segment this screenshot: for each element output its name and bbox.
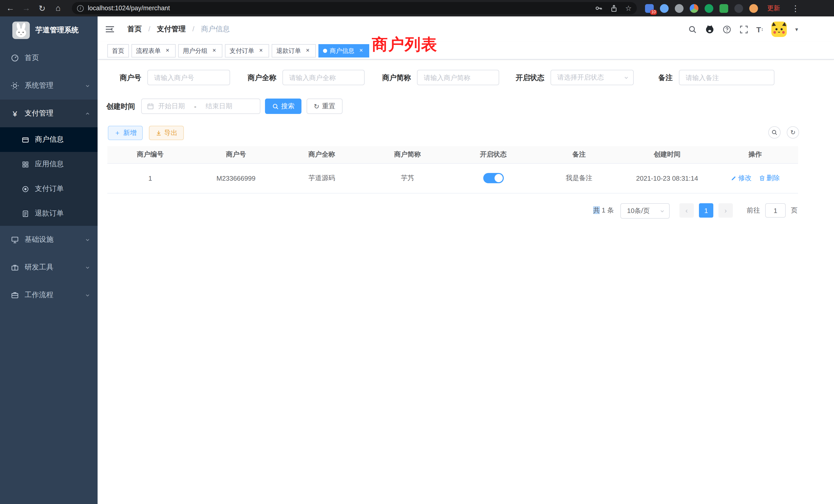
reload-icon[interactable]: ↻ <box>37 3 48 13</box>
browser-update-button[interactable]: 更新 <box>767 4 780 13</box>
start-date-placeholder: 开始日期 <box>158 101 185 111</box>
extension-green-circle-icon[interactable] <box>705 4 713 13</box>
add-button-label: 新增 <box>123 128 137 138</box>
merchant-short-name-input[interactable] <box>417 70 499 85</box>
password-key-icon[interactable] <box>595 4 603 12</box>
delete-link[interactable]: 删除 <box>759 174 780 183</box>
help-icon[interactable] <box>723 25 731 33</box>
extension-puzzle-icon[interactable]: 10 <box>645 4 654 13</box>
search-button[interactable]: 搜索 <box>265 98 302 114</box>
header-search-icon[interactable] <box>688 25 697 33</box>
sidebar-subitem-pay-order[interactable]: 支付订单 <box>0 177 97 201</box>
prev-page-button[interactable]: ‹ <box>679 203 694 217</box>
page-number-button[interactable]: 1 <box>699 203 713 217</box>
sidebar-item-infrastructure[interactable]: 基础设施 <box>0 226 97 254</box>
briefcase-icon <box>11 291 19 299</box>
add-button[interactable]: ＋ 新增 <box>108 126 143 140</box>
date-range-picker[interactable]: 开始日期 - 结束日期 <box>141 98 260 114</box>
avatar-caret-icon[interactable]: ▾ <box>795 26 798 32</box>
sidebar-subitem-app-info[interactable]: 应用信息 <box>0 152 97 177</box>
back-icon[interactable]: ← <box>5 4 16 13</box>
user-avatar[interactable] <box>772 22 787 37</box>
sidebar-item-label: 支付管理 <box>25 109 53 118</box>
merchant-name-input[interactable] <box>282 70 365 85</box>
url-bar[interactable]: i localhost:1024/pay/merchant ☆ <box>72 2 637 14</box>
next-page-button[interactable]: › <box>719 203 733 217</box>
extension-pin-icon[interactable] <box>660 4 668 13</box>
gear-icon <box>11 82 19 90</box>
close-tab-icon[interactable]: × <box>164 47 171 54</box>
page-size-select[interactable]: 10条/页 <box>620 203 670 219</box>
forward-icon[interactable]: → <box>21 4 32 13</box>
extension-gray-icon[interactable] <box>675 4 683 13</box>
cell-remark: 我是备注 <box>536 163 622 193</box>
browser-home-icon[interactable]: ⌂ <box>52 4 64 13</box>
tab-merchant-info[interactable]: 商户信息× <box>319 44 369 58</box>
extensions-area: 10 <box>645 4 758 13</box>
sidebar-item-label: 应用信息 <box>35 160 64 169</box>
target-icon <box>22 185 29 193</box>
breadcrumb-payment[interactable]: 支付管理 <box>157 25 185 33</box>
sidebar-item-system[interactable]: 系统管理 <box>0 72 97 99</box>
col-status: 开启状态 <box>451 146 536 163</box>
breadcrumb-home[interactable]: 首页 <box>127 25 142 33</box>
extension-pinwheel-icon[interactable] <box>734 4 743 13</box>
sidebar-subitem-refund-order[interactable]: 退款订单 <box>0 201 97 226</box>
extension-green-square-icon[interactable] <box>720 4 728 13</box>
github-icon[interactable] <box>705 25 714 34</box>
sidebar-subitem-merchant-info[interactable]: 商户信息 <box>0 127 97 152</box>
close-tab-icon[interactable]: × <box>357 47 365 54</box>
create-time-label: 创建时间 <box>97 98 135 114</box>
table-row: 1 M233666999 芋道源码 芋艿 我是备注 2021-10-23 08:… <box>107 163 798 193</box>
browser-menu-icon[interactable]: ⋮ <box>790 3 801 13</box>
col-full-name: 商户全称 <box>279 146 365 163</box>
tab-label: 支付订单 <box>229 45 254 57</box>
close-tab-icon[interactable]: × <box>257 47 264 54</box>
toolbox-icon <box>11 263 19 272</box>
goto-page-input[interactable] <box>765 203 786 217</box>
extension-avatar-icon[interactable] <box>690 4 698 13</box>
monitor-icon <box>11 235 19 244</box>
fullscreen-icon[interactable] <box>740 25 748 33</box>
tab-refund-order[interactable]: 退款订单× <box>272 44 316 58</box>
cell-create-time: 2021-10-23 08:31:14 <box>622 163 712 193</box>
status-toggle[interactable] <box>483 173 504 183</box>
refresh-table-button[interactable]: ↻ <box>787 126 799 139</box>
tab-label: 商户信息 <box>330 45 354 57</box>
breadcrumb: 首页 / 支付管理 / 商户信息 <box>127 25 230 34</box>
share-icon[interactable] <box>610 4 618 12</box>
content: 商户号 商户全称 商户简称 开启状态 请选择开启状态 备注 创建时间 开始日期 <box>97 60 834 485</box>
sidebar-item-devtools[interactable]: 研发工具 <box>0 254 97 281</box>
hamburger-icon[interactable] <box>105 24 115 35</box>
tab-pay-order[interactable]: 支付订单× <box>225 44 269 58</box>
active-dot <box>323 49 327 53</box>
reset-button[interactable]: ↻ 重置 <box>307 98 343 114</box>
app-logo[interactable]: 芋道管理系统 <box>0 17 97 44</box>
sidebar-item-label: 商户信息 <box>35 135 64 144</box>
tab-process-form[interactable]: 流程表单× <box>131 44 176 58</box>
sidebar-item-home[interactable]: 首页 <box>0 44 97 72</box>
tab-user-group[interactable]: 用户分组× <box>178 44 222 58</box>
sidebar-item-payment[interactable]: ¥ 支付管理 <box>0 99 97 127</box>
breadcrumb-separator: / <box>192 25 194 33</box>
font-size-icon[interactable]: T↕ <box>756 25 763 33</box>
edit-link[interactable]: 修改 <box>730 174 751 183</box>
cell-merchant-id: 1 <box>107 163 193 193</box>
profile-avatar-icon[interactable] <box>749 4 758 13</box>
remark-input[interactable] <box>679 70 774 85</box>
bookmark-star-icon[interactable]: ☆ <box>625 5 632 12</box>
goto-suffix: 页 <box>791 203 797 217</box>
sidebar-item-workflow[interactable]: 工作流程 <box>0 281 97 309</box>
tab-label: 退款订单 <box>276 45 301 57</box>
export-button[interactable]: 导出 <box>149 126 184 140</box>
close-tab-icon[interactable]: × <box>304 47 311 54</box>
toggle-search-button[interactable] <box>768 126 781 139</box>
sidebar: 芋道管理系统 首页 系统管理 ¥ 支付管理 商户信息 <box>0 17 97 504</box>
breadcrumb-current: 商户信息 <box>201 25 230 33</box>
status-select[interactable]: 请选择开启状态 <box>550 70 634 85</box>
tab-label: 流程表单 <box>136 45 161 57</box>
close-tab-icon[interactable]: × <box>211 47 218 54</box>
tab-home[interactable]: 首页 <box>107 44 129 58</box>
merchant-no-input[interactable] <box>147 70 230 85</box>
page-info-icon[interactable]: i <box>77 5 84 12</box>
